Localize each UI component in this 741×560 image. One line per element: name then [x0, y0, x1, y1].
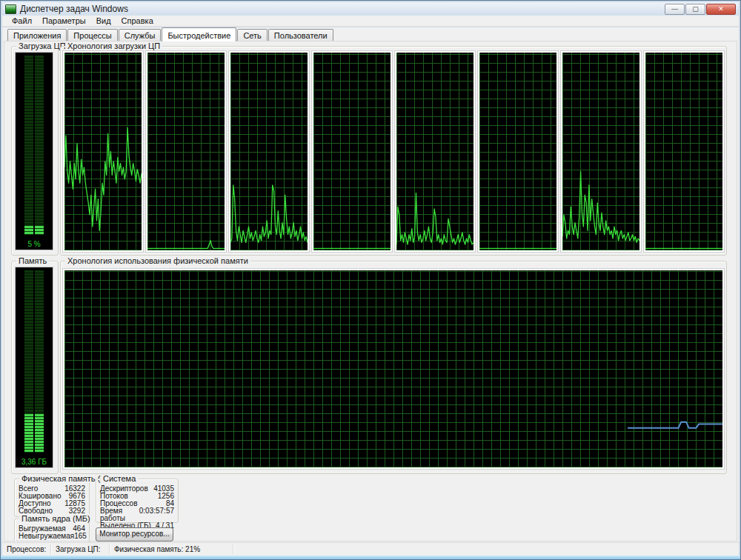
window-title: Диспетчер задач Windows: [20, 4, 128, 14]
cpu-core-graph-7: [561, 51, 641, 252]
tab-services[interactable]: Службы: [119, 29, 162, 41]
cpu-usage-value: 5 %: [16, 240, 53, 248]
cpu-history-label: Хронология загрузки ЦП: [65, 41, 162, 50]
system-groupbox: Система Дескрипторов41035Потоков1256Проц…: [96, 479, 179, 523]
status-physical-memory: Физическая память: 21%: [110, 544, 233, 554]
cpu-usage-meter: 5 %: [15, 52, 53, 250]
memory-groupbox: Память 3,36 ГБ: [11, 261, 59, 474]
status-filler: [233, 544, 739, 554]
kernel-memory-groupbox: Память ядра (МБ) Выгружаемая464Невыгружа…: [14, 519, 90, 545]
system-title: Система: [101, 474, 138, 483]
status-cpu-usage: Загрузка ЦП: 5%: [51, 544, 110, 554]
client-area: ПриложенияПроцессыСлужбыБыстродействиеСе…: [2, 27, 739, 543]
cpu-core-graph-5: [395, 51, 475, 252]
maximize-button[interactable]: ▢: [685, 4, 705, 15]
tab-networking[interactable]: Сеть: [237, 29, 267, 41]
cpu-history-groupbox: Хронология загрузки ЦП: [60, 46, 727, 256]
status-processes: Процессов: 84: [2, 544, 51, 554]
kernel-memory-title: Память ядра (МБ): [19, 514, 93, 523]
status-bar: Процессов: 84 Загрузка ЦП: 5% Физическая…: [2, 542, 739, 556]
physical-memory-groupbox: Физическая память (МБ) Всего16322Кэширов…: [14, 479, 90, 517]
tab-strip: ПриложенияПроцессыСлужбыБыстродействиеСе…: [2, 27, 739, 41]
cpu-core-graph-2: [146, 51, 226, 252]
menu-options[interactable]: Параметры: [37, 16, 91, 26]
resource-monitor-button[interactable]: Монитор ресурсов...: [96, 527, 173, 541]
title-bar[interactable]: Диспетчер задач Windows — ▢ ✕: [2, 2, 739, 16]
cpu-core-graph-6: [478, 51, 558, 252]
minimize-button[interactable]: —: [665, 4, 685, 15]
cpu-core-graph-4: [312, 51, 392, 252]
memory-label: Память: [16, 256, 49, 265]
close-button[interactable]: ✕: [706, 4, 736, 15]
menu-bar: Файл Параметры Вид Справка: [2, 16, 739, 27]
stat-row: Невыгружаемая165: [15, 533, 89, 540]
cpu-usage-groupbox: Загрузка ЦП 5 %: [11, 46, 59, 256]
stat-row: Время работы0:03:57:57: [96, 507, 178, 522]
memory-value: 3,36 ГБ: [16, 458, 53, 466]
tab-users[interactable]: Пользователи: [268, 29, 333, 41]
memory-meter: 3,36 ГБ: [15, 267, 53, 468]
memory-history-label: Хронология использования физической памя…: [65, 256, 250, 265]
memory-history-graph: [63, 269, 724, 469]
menu-file[interactable]: Файл: [7, 16, 37, 26]
task-manager-icon: [5, 4, 16, 14]
window-frame-bottom: [1, 556, 740, 559]
tab-applications[interactable]: Приложения: [7, 29, 67, 41]
cpu-core-graph-1: [63, 51, 143, 252]
cpu-core-graph-8: [644, 51, 724, 252]
cpu-core-graph-3: [229, 51, 309, 252]
memory-history-groupbox: Хронология использования физической памя…: [60, 261, 727, 474]
performance-page: Загрузка ЦП 5 % Хронология загрузки ЦП П…: [4, 41, 737, 541]
menu-help[interactable]: Справка: [116, 16, 159, 26]
menu-view[interactable]: Вид: [91, 16, 116, 26]
cpu-history-graphs: [63, 51, 724, 252]
tab-processes[interactable]: Процессы: [67, 29, 117, 41]
task-manager-window: Диспетчер задач Windows — ▢ ✕ Файл Парам…: [0, 0, 741, 560]
tab-performance[interactable]: Быстродействие: [162, 27, 236, 41]
